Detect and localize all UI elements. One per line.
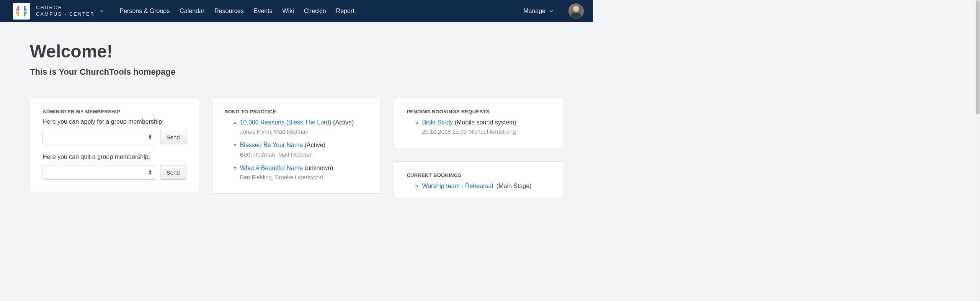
- booking-link[interactable]: Worship team - Rehearsal: [422, 183, 493, 189]
- nav-wiki[interactable]: Wiki: [278, 0, 299, 22]
- list-item: 10,000 Reasons (Bless The Lord) (Active)…: [240, 118, 369, 136]
- logo-icon: [16, 5, 27, 17]
- booking-sub: 20.10.2018 15:00 Michael Armstrong: [422, 128, 550, 136]
- quit-group-select[interactable]: [42, 165, 156, 180]
- svg-rect-6: [24, 11, 27, 13]
- scrollbar[interactable]: [975, 0, 980, 301]
- pending-title: PENDING BOOKINGS REQUESTS: [407, 109, 550, 115]
- list-item: Worship team - Rehearsal (Main Stage): [422, 182, 550, 190]
- nav-events[interactable]: Events: [249, 0, 278, 22]
- current-bookings-card: CURRENT BOOKINGS Worship team - Rehearsa…: [394, 161, 563, 198]
- songs-list: 10,000 Reasons (Bless The Lord) (Active)…: [225, 118, 369, 181]
- pending-bookings-card: PENDING BOOKINGS REQUESTS Bible Study (M…: [394, 98, 563, 148]
- manage-menu[interactable]: Manage: [523, 8, 553, 15]
- navbar: CHURCH CAMPUS - CENTER Persons & Groups …: [0, 0, 593, 22]
- quit-select-wrap: ▲▼: [42, 165, 156, 180]
- membership-title: ADMINISTER MY MEMBERSHIP: [42, 109, 186, 115]
- app-logo: [13, 3, 30, 20]
- apply-group-select[interactable]: [42, 130, 156, 144]
- song-authors: Ben Fielding, Brooke Ligertwood: [240, 173, 369, 181]
- nav-report[interactable]: Report: [331, 0, 359, 22]
- nav-calendar[interactable]: Calendar: [175, 0, 209, 22]
- nav-resources[interactable]: Resources: [209, 0, 248, 22]
- svg-rect-0: [16, 9, 20, 11]
- quit-send-button[interactable]: Send: [160, 165, 186, 180]
- page-title: Welcome!: [30, 41, 563, 62]
- brand-text: CHURCH CAMPUS - CENTER: [36, 5, 95, 17]
- brand[interactable]: CHURCH CAMPUS - CENTER: [13, 3, 104, 20]
- apply-select-wrap: ▲▼: [42, 130, 156, 144]
- page-subtitle: This is Your ChurchTools homepage: [30, 67, 563, 77]
- list-item: Bible Study (Mobile sound system) 20.10.…: [422, 118, 550, 136]
- current-list: Worship team - Rehearsal (Main Stage): [407, 182, 550, 190]
- scrollbar-thumb[interactable]: [976, 0, 980, 115]
- song-authors: Beth Redman, Matt Redman: [240, 150, 369, 159]
- svg-rect-3: [24, 6, 26, 9]
- list-item: Blessed Be Your Name (Active) Beth Redma…: [240, 141, 369, 158]
- songs-title: SONG TO PRACTICE: [225, 109, 369, 115]
- song-link[interactable]: Blessed Be Your Name: [240, 142, 303, 148]
- booking-link[interactable]: Bible Study: [422, 119, 453, 126]
- song-authors: Jonas Myrin, Matt Redman: [240, 128, 369, 136]
- nav-checkin[interactable]: Checkin: [299, 0, 331, 22]
- list-item: What A Beautiful Name (unknown) Ben Fiel…: [240, 164, 369, 181]
- svg-rect-5: [18, 13, 20, 16]
- membership-card: ADMINISTER MY MEMBERSHIP Here you can ap…: [30, 98, 199, 192]
- quit-lead: Here you can quit a group membership:: [42, 154, 186, 160]
- current-title: CURRENT BOOKINGS: [407, 172, 550, 178]
- svg-rect-1: [18, 6, 20, 9]
- song-link[interactable]: 10,000 Reasons (Bless The Lord): [240, 119, 332, 126]
- nav-links: Persons & Groups Calendar Resources Even…: [114, 0, 359, 22]
- avatar[interactable]: [568, 3, 584, 19]
- song-link[interactable]: What A Beautiful Name: [240, 165, 303, 171]
- chevron-down-icon: [549, 9, 553, 13]
- booking-detail: (Mobile sound system): [455, 119, 516, 126]
- manage-label: Manage: [523, 8, 546, 15]
- apply-lead: Here you can apply for a group membershi…: [42, 118, 186, 125]
- apply-send-button[interactable]: Send: [160, 130, 186, 144]
- svg-rect-2: [24, 9, 27, 11]
- booking-detail: (Main Stage): [497, 183, 532, 189]
- svg-rect-4: [16, 11, 20, 13]
- songs-card: SONG TO PRACTICE 10,000 Reasons (Bless T…: [212, 98, 381, 194]
- pending-list: Bible Study (Mobile sound system) 20.10.…: [407, 118, 550, 136]
- nav-persons-groups[interactable]: Persons & Groups: [114, 0, 175, 22]
- nav-right: Manage: [523, 3, 584, 19]
- main-content: Welcome! This is Your ChurchTools homepa…: [0, 22, 593, 198]
- svg-rect-7: [24, 13, 26, 16]
- chevron-down-icon: [100, 9, 104, 13]
